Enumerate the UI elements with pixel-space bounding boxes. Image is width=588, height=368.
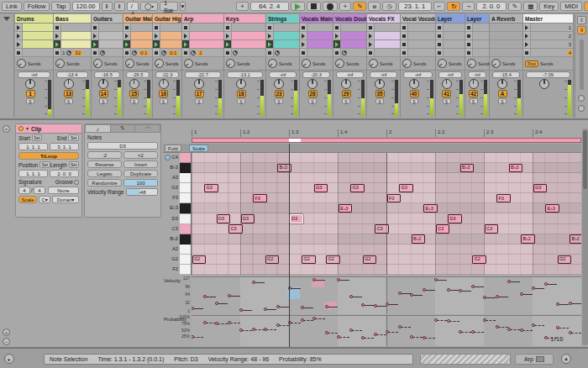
clip-body[interactable] — [232, 24, 265, 31]
probability-marker[interactable] — [239, 329, 243, 332]
clip-launch-button[interactable] — [266, 49, 274, 56]
velocity-marker[interactable] — [569, 302, 572, 305]
probability-marker[interactable] — [361, 336, 365, 339]
post-pre-toggle[interactable]: Post — [525, 60, 538, 67]
clip-slot[interactable] — [333, 40, 366, 49]
clip-body[interactable] — [473, 40, 489, 48]
clip-body[interactable] — [307, 40, 333, 48]
pan-knob[interactable] — [129, 79, 139, 89]
clip-stop-button[interactable] — [224, 24, 232, 31]
detail-view-toggle[interactable]: ▲ — [561, 354, 571, 364]
track-activator-button[interactable]: 18 — [237, 90, 246, 97]
clip-slot[interactable] — [224, 24, 265, 32]
clip-slot[interactable]: 2 — [182, 49, 223, 57]
pan-knob[interactable] — [98, 79, 108, 89]
track-header[interactable]: Vocals FX — [367, 14, 400, 24]
track-header[interactable]: Guitar High — [153, 14, 181, 24]
clip-launch-button[interactable] — [15, 32, 23, 39]
tab-notes[interactable]: ♪ — [85, 124, 111, 133]
stop-button[interactable] — [307, 2, 321, 11]
clip-body[interactable] — [307, 49, 333, 56]
piano-key[interactable] — [180, 173, 191, 183]
clip-body[interactable] — [375, 32, 400, 39]
probability-marker[interactable] — [301, 318, 304, 322]
clip-slot[interactable] — [54, 40, 91, 49]
clip-launch-button[interactable] — [224, 40, 232, 48]
clip-slot[interactable] — [123, 32, 152, 40]
probability-marker[interactable] — [386, 330, 389, 334]
clip-launch-button[interactable] — [153, 49, 160, 56]
clip-body[interactable] — [131, 32, 152, 39]
midi-note[interactable]: E♭3 — [339, 204, 353, 213]
scene-number[interactable]: 4 — [567, 50, 573, 55]
probability-marker[interactable] — [423, 336, 426, 339]
midi-note[interactable]: G3 — [533, 184, 548, 192]
probability-marker[interactable] — [507, 328, 511, 331]
clip-body[interactable] — [341, 32, 366, 39]
clip-slot[interactable] — [490, 32, 522, 40]
record-button[interactable] — [323, 2, 338, 11]
velocity-marker[interactable] — [423, 288, 426, 292]
clip-slot[interactable] — [436, 24, 465, 32]
draw-icon[interactable]: ✎ — [508, 2, 522, 11]
track-activator-button[interactable]: 41 — [442, 90, 451, 97]
track-header[interactable]: Strings — [266, 14, 299, 24]
track-activator-button[interactable]: 14 — [99, 90, 108, 97]
clip-stop-button[interactable] — [367, 49, 375, 56]
scale-fold-button[interactable]: Scale — [189, 145, 208, 152]
clip-slot[interactable] — [367, 40, 400, 49]
solo-button[interactable]: S — [195, 98, 203, 104]
clip-body[interactable] — [160, 32, 181, 39]
send-a-knob[interactable] — [268, 59, 277, 68]
velocity-marker[interactable] — [374, 304, 377, 308]
clip-slot[interactable] — [15, 40, 53, 49]
velocity-marker[interactable] — [556, 302, 559, 306]
draw-mode-button[interactable]: ✎ — [353, 2, 366, 11]
send-a-knob[interactable] — [369, 59, 378, 68]
clip-slot[interactable]: 1 — [523, 24, 573, 32]
clip-body[interactable] — [274, 49, 299, 56]
probability-marker[interactable] — [471, 330, 475, 334]
clip-slot[interactable]: 132 — [54, 49, 91, 57]
velocity-marker[interactable] — [349, 295, 353, 298]
midi-note[interactable]: G3 — [399, 184, 413, 192]
solo-button[interactable]: S — [26, 98, 34, 104]
pitch-display-field[interactable]: D3 — [87, 142, 158, 150]
clip-body[interactable] — [408, 24, 435, 31]
scale-mode-button[interactable]: Scale — [18, 196, 37, 203]
pan-knob[interactable] — [64, 79, 74, 89]
clip-launch-button[interactable] — [266, 32, 274, 39]
clip-slot[interactable] — [490, 49, 522, 57]
velocity-marker[interactable] — [276, 305, 280, 308]
midi-note[interactable]: C3 — [228, 224, 243, 233]
volume-field[interactable]: -inf — [403, 71, 433, 78]
metronome-button[interactable]: ◯• — [140, 2, 158, 11]
loop-length-field[interactable]: 2. 0. 0 — [50, 170, 79, 177]
clip-body[interactable] — [307, 24, 333, 31]
clip-stop-button[interactable] — [15, 49, 23, 56]
clip-slot[interactable] — [300, 49, 333, 57]
velocity-marker[interactable] — [410, 293, 413, 297]
clip-body[interactable] — [444, 49, 465, 56]
signature-numerator-field[interactable]: 4 — [18, 187, 30, 194]
velocity-marker[interactable] — [507, 280, 511, 283]
clip-activator-led[interactable] — [18, 126, 24, 131]
clip-slot[interactable] — [153, 24, 181, 32]
clip-body[interactable] — [341, 49, 366, 56]
randomize-button[interactable]: Randomize — [87, 179, 122, 187]
midi-note[interactable]: E♭3 — [545, 204, 559, 213]
midi-note[interactable]: D3 — [290, 214, 304, 223]
clip-launch-button[interactable] — [92, 49, 99, 56]
track-header[interactable]: Layer — [436, 14, 465, 24]
clip-start-field[interactable]: 1. 1. 1 — [18, 143, 48, 150]
clip-body[interactable] — [131, 40, 152, 48]
clip-launch-button[interactable] — [182, 32, 190, 39]
clip-body[interactable] — [375, 40, 400, 48]
clip-stop-button[interactable] — [436, 24, 444, 31]
volume-field[interactable]: -inf — [336, 71, 364, 78]
clip-body[interactable] — [99, 32, 123, 39]
send-a-knob[interactable] — [467, 59, 476, 68]
piano-key[interactable] — [180, 244, 191, 255]
lane-fold-button[interactable]: − — [3, 338, 10, 345]
track-activator-button[interactable]: 23 — [275, 90, 284, 97]
